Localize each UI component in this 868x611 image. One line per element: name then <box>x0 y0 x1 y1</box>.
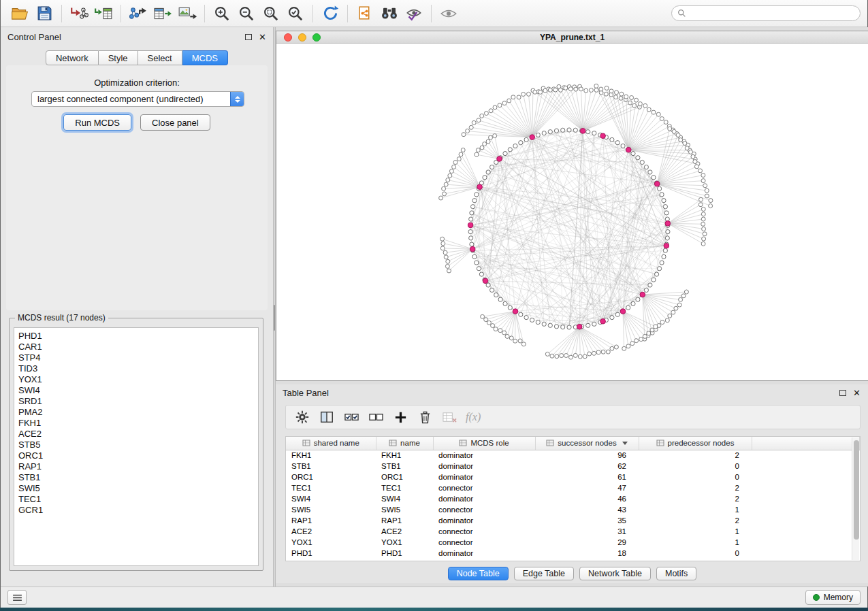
cell-shared-name[interactable]: YOX1 <box>286 537 376 548</box>
mcds-result-item[interactable]: STB1 <box>18 472 258 483</box>
tab-mcds[interactable]: MCDS <box>182 50 228 65</box>
table-row[interactable]: PHD1 PHD1 dominator 18 0 <box>286 548 860 559</box>
open-file-button[interactable] <box>7 2 32 25</box>
cell-successor-nodes[interactable]: 47 <box>535 482 639 493</box>
mcds-result-item[interactable]: TID3 <box>18 363 258 374</box>
cell-mcds-role[interactable]: dominator <box>433 515 535 526</box>
cell-successor-nodes[interactable]: 43 <box>535 504 639 515</box>
network-canvas[interactable] <box>276 44 868 380</box>
run-mcds-button[interactable]: Run MCDS <box>63 114 131 131</box>
cell-shared-name[interactable]: TEC1 <box>286 482 376 493</box>
mcds-result-item[interactable]: STP4 <box>18 352 258 363</box>
close-table-panel-icon[interactable]: ✕ <box>853 389 861 397</box>
mcds-result-item[interactable]: SWI4 <box>18 385 258 396</box>
export-image-button[interactable] <box>175 2 199 25</box>
column-header-predecessor-nodes[interactable]: predecessor nodes <box>639 437 752 450</box>
delete-column-button[interactable] <box>414 407 436 427</box>
table-row[interactable]: YOX1 YOX1 connector 29 1 <box>286 537 860 548</box>
table-scrollbar[interactable] <box>852 437 859 560</box>
cell-shared-name[interactable]: SWI5 <box>286 504 376 515</box>
cell-predecessor-nodes[interactable]: 2 <box>639 515 752 526</box>
export-table-button[interactable] <box>150 2 175 25</box>
cell-name[interactable]: SWI5 <box>376 504 433 515</box>
mcds-result-item[interactable]: SRD1 <box>18 396 258 407</box>
add-column-button[interactable] <box>389 407 411 427</box>
search-input[interactable] <box>690 9 854 18</box>
column-header-mcds-role[interactable]: MCDS role <box>433 437 535 450</box>
mcds-result-item[interactable]: TEC1 <box>18 494 258 505</box>
find-button[interactable] <box>377 2 402 25</box>
cell-successor-nodes[interactable]: 46 <box>535 493 639 504</box>
column-header-name[interactable]: name <box>376 437 433 450</box>
splitter-grip-icon[interactable] <box>274 305 275 331</box>
import-table-button[interactable] <box>91 2 116 25</box>
export-network-button[interactable] <box>126 2 150 25</box>
cell-shared-name[interactable]: STB1 <box>286 461 376 472</box>
mcds-result-item[interactable]: ORC1 <box>18 450 258 461</box>
table-row[interactable]: TEC1 TEC1 connector 47 2 <box>286 482 860 493</box>
table-row[interactable]: FKH1 FKH1 dominator 96 2 <box>286 450 860 461</box>
table-row[interactable]: ORC1 ORC1 dominator 61 0 <box>286 472 860 482</box>
cell-name[interactable]: ORC1 <box>376 472 433 482</box>
mcds-result-item[interactable]: ACE2 <box>18 429 258 440</box>
show-all-button[interactable] <box>436 2 461 25</box>
table-row[interactable]: SWI5 SWI5 connector 43 1 <box>286 504 860 515</box>
cell-predecessor-nodes[interactable]: 2 <box>639 493 752 504</box>
cell-name[interactable]: RAP1 <box>376 515 433 526</box>
cell-successor-nodes[interactable]: 31 <box>535 526 639 537</box>
cell-successor-nodes[interactable]: 35 <box>535 515 639 526</box>
column-header-successor-nodes[interactable]: successor nodes <box>535 437 639 450</box>
mcds-result-item[interactable]: CAR1 <box>18 342 258 352</box>
deselect-all-button[interactable] <box>365 407 387 427</box>
network-graph[interactable] <box>276 44 868 380</box>
cell-name[interactable]: PHD1 <box>376 548 433 559</box>
mcds-result-item[interactable]: GCR1 <box>18 505 258 516</box>
export-web-button[interactable] <box>353 2 377 25</box>
criterion-dropdown[interactable]: largest connected component (undirected) <box>31 91 244 107</box>
show-columns-button[interactable] <box>316 407 338 427</box>
dropdown-stepper-icon[interactable] <box>230 92 244 106</box>
cell-shared-name[interactable]: FKH1 <box>286 450 376 461</box>
tab-motifs[interactable]: Motifs <box>656 567 696 580</box>
cell-mcds-role[interactable]: dominator <box>433 461 535 472</box>
cell-predecessor-nodes[interactable]: 0 <box>639 461 752 472</box>
table-scrollbar-thumb[interactable] <box>854 440 859 540</box>
tab-network-table[interactable]: Network Table <box>579 567 651 580</box>
float-panel-icon[interactable] <box>245 34 252 40</box>
cell-predecessor-nodes[interactable]: 1 <box>639 526 752 537</box>
cell-name[interactable]: STB1 <box>376 461 433 472</box>
cell-mcds-role[interactable]: dominator <box>433 450 535 461</box>
float-table-panel-icon[interactable] <box>839 390 846 396</box>
import-network-button[interactable] <box>67 2 91 25</box>
memory-button[interactable]: Memory <box>805 590 861 605</box>
column-header-shared-name[interactable]: shared name <box>286 437 376 450</box>
cell-name[interactable]: YOX1 <box>376 537 433 548</box>
tab-edge-table[interactable]: Edge Table <box>514 567 574 580</box>
cell-predecessor-nodes[interactable]: 0 <box>639 472 752 482</box>
cell-name[interactable]: SWI4 <box>376 493 433 504</box>
mcds-result-item[interactable]: STB5 <box>18 440 258 450</box>
table-row[interactable]: RAP1 RAP1 dominator 35 2 <box>286 515 860 526</box>
table-row[interactable]: STB1 STB1 dominator 62 0 <box>286 461 860 472</box>
mcds-result-item[interactable]: RAP1 <box>18 461 258 472</box>
zoom-selected-button[interactable] <box>283 2 308 25</box>
cell-mcds-role[interactable]: connector <box>433 537 535 548</box>
cell-successor-nodes[interactable]: 62 <box>535 461 639 472</box>
cell-name[interactable]: ACE2 <box>376 526 433 537</box>
close-panel-icon[interactable]: ✕ <box>259 33 266 42</box>
cell-mcds-role[interactable]: dominator <box>433 548 535 559</box>
refresh-view-button[interactable] <box>318 2 342 25</box>
cell-mcds-role[interactable]: dominator <box>433 493 535 504</box>
table-row[interactable]: ACE2 ACE2 connector 31 1 <box>286 526 860 537</box>
tab-node-table[interactable]: Node Table <box>448 567 509 580</box>
panel-menu-button[interactable] <box>7 590 27 605</box>
zoom-fit-button[interactable] <box>259 2 283 25</box>
cell-shared-name[interactable]: ACE2 <box>286 526 376 537</box>
cell-successor-nodes[interactable]: 96 <box>535 450 639 461</box>
save-session-button[interactable] <box>32 2 57 25</box>
cell-mcds-role[interactable]: connector <box>433 482 535 493</box>
cell-name[interactable]: TEC1 <box>376 482 433 493</box>
mcds-result-item[interactable]: FKH1 <box>18 418 258 429</box>
select-all-button[interactable] <box>340 407 362 427</box>
tab-select[interactable]: Select <box>138 50 182 65</box>
